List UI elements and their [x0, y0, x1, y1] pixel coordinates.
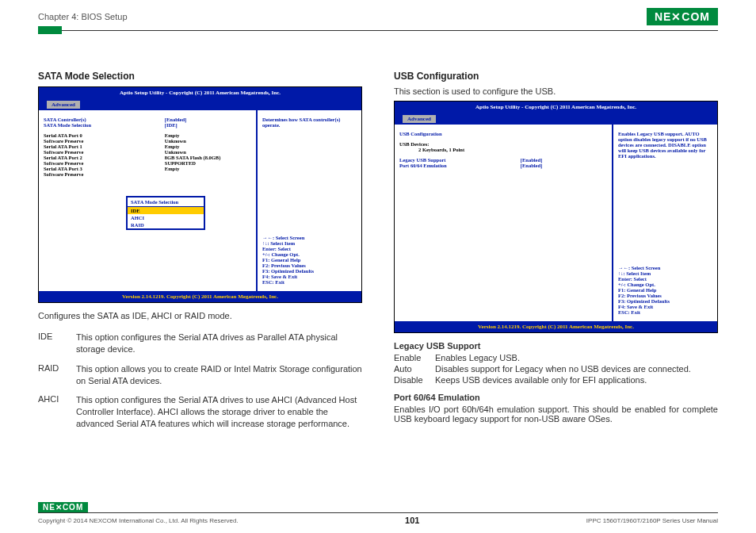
bios-tab-advanced: Advanced [403, 115, 436, 123]
footer-copyright: Copyright © 2014 NEXCOM International Co… [38, 517, 239, 524]
bios-devices-value: 2 Keyboards, 1 Point [399, 147, 607, 152]
val-term: Disable [394, 375, 435, 385]
val-term: Enable [394, 353, 435, 362]
bios-row-label: Software Preserve [44, 160, 165, 166]
header-accent [38, 26, 62, 34]
bios-sata-box: Aptio Setup Utility - Copyright (C) 2011… [38, 86, 362, 303]
bios-help-top: Enables Legacy USB support. AUTO option … [618, 131, 712, 159]
bios-row-value: 8GB SATA Flash (8.0GB) [165, 155, 251, 160]
val-text: Keeps USB devices available only for EFI… [435, 375, 718, 385]
popup-title: SATA Mode Selection [128, 197, 204, 207]
popup-item: AHCI [128, 214, 204, 221]
bios-row-value: [Enabled] [165, 117, 251, 122]
bios-row-label: Software Preserve [44, 149, 165, 155]
bios-row-value: Empty [165, 132, 251, 138]
val-text: Disables support for Legacy when no USB … [435, 364, 718, 374]
bios-help-keys: →←: Select Screen ↑↓: Select Item Enter:… [262, 235, 357, 285]
bios-row-label: SATA Mode Selection [44, 122, 165, 128]
bios-section-label: USB Configuration [399, 131, 607, 136]
bios-row-value: Empty [165, 144, 251, 149]
bios-row-value: SUPPORTED [165, 160, 251, 166]
usb-intro: This section is used to configure the US… [394, 86, 718, 96]
val-term: Auto [394, 364, 435, 374]
bios-help-top: Determines how SATA controller(s) operat… [262, 117, 357, 128]
bios-row-label: Software Preserve [44, 171, 165, 177]
def-text: This option allows you to create RAID or… [76, 363, 362, 387]
bios-row-label: Serial ATA Port 2 [44, 155, 165, 160]
bios-row-value: Unknown [165, 149, 251, 155]
def-term: RAID [38, 363, 76, 387]
left-column: SATA Mode Selection Aptio Setup Utility … [38, 71, 362, 438]
bios-devices-label: USB Devices: [399, 141, 607, 147]
page-number: 101 [405, 516, 419, 525]
right-column: USB Configuration This section is used t… [394, 71, 718, 438]
bios-row-label: SATA Controller(s) [44, 117, 165, 122]
def-text: This option configures the Serial ATA dr… [76, 394, 362, 430]
bios-row-value: Empty [165, 166, 251, 171]
val-text: Enables Legacy USB. [435, 353, 718, 362]
logo-header: NE✕COM [647, 8, 718, 25]
bios-row-label: Port 60/64 Emulation [399, 163, 521, 168]
bios-row-label: Serial ATA Port 1 [44, 144, 165, 149]
sata-caption: Configures the SATA as IDE, AHCI or RAID… [38, 311, 362, 320]
bios-row-value: Unknown [165, 138, 251, 144]
bios-title: Aptio Setup Utility - Copyright (C) 2011… [39, 87, 361, 98]
def-term: AHCI [38, 394, 76, 430]
popup-item: IDE [128, 207, 204, 214]
bios-help-keys: →←: Select Screen ↑↓: Select Item Enter:… [618, 265, 712, 315]
port6064-text: Enables I/O port 60h/64h emulation suppo… [394, 405, 718, 424]
port6064-heading: Port 60/64 Emulation [394, 393, 718, 402]
bios-title: Aptio Setup Utility - Copyright (C) 2011… [395, 102, 717, 113]
bios-row-value: [Enabled] [521, 157, 607, 163]
bios-row-value: [Enabled] [521, 163, 607, 168]
def-text: This option configures the Serial ATA dr… [76, 332, 362, 355]
bios-row-value: [IDE] [165, 122, 251, 128]
bios-footer: Version 2.14.1219. Copyright (C) 2011 Am… [39, 291, 361, 302]
footer-manual: IPPC 1560T/1960T/2160P Series User Manua… [586, 517, 718, 524]
bios-row-label: Serial ATA Port 3 [44, 166, 165, 171]
def-term: IDE [38, 332, 76, 355]
sata-heading: SATA Mode Selection [38, 71, 362, 82]
bios-row-value [165, 171, 251, 177]
usb-heading: USB Configuration [394, 71, 718, 82]
bios-usb-box: Aptio Setup Utility - Copyright (C) 2011… [394, 101, 718, 333]
popup-item: RAID [128, 221, 204, 228]
bios-row-label: Serial ATA Port 0 [44, 132, 165, 138]
bios-popup: SATA Mode Selection IDE AHCI RAID [126, 196, 205, 230]
logo-footer: NE✕COM [38, 502, 88, 512]
bios-footer: Version 2.14.1219. Copyright (C) 2011 Am… [395, 321, 717, 332]
bios-row-label: Software Preserve [44, 138, 165, 144]
bios-tab-advanced: Advanced [47, 101, 80, 109]
bios-row-label: Legacy USB Support [399, 157, 521, 163]
legacy-usb-heading: Legacy USB Support [394, 341, 718, 351]
chapter-title: Chapter 4: BIOS Setup [38, 12, 128, 21]
